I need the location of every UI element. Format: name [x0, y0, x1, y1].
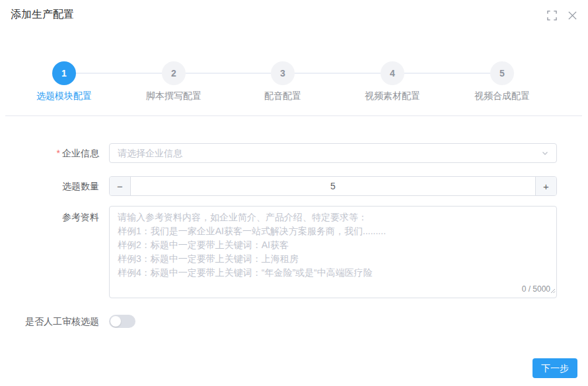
reference-label: 参考资料 [0, 206, 99, 224]
company-select-input[interactable] [118, 148, 540, 158]
step-2-circle: 2 [162, 61, 186, 85]
close-icon[interactable] [567, 10, 577, 20]
toggle-knob [110, 316, 121, 327]
dialog-header-actions [546, 10, 577, 20]
section-divider [5, 115, 582, 116]
next-step-button[interactable]: 下一步 [533, 358, 577, 378]
stepper: 1 2 3 4 5 选题模块配置 脚本撰写配置 配音配置 视频素材配置 视频合成… [0, 61, 588, 101]
char-counter: 0 / 5000 [519, 284, 550, 294]
step-5-label: 视频合成配置 [449, 90, 555, 102]
step-connector [76, 73, 162, 74]
step-1-label: 选题模块配置 [11, 90, 117, 102]
required-asterisk: * [57, 148, 60, 158]
topic-count-label: 选题数量 [0, 179, 99, 193]
topic-count-row: 选题数量 − + [0, 176, 557, 197]
step-4-label: 视频素材配置 [340, 90, 445, 102]
step-connector [186, 73, 271, 74]
decrease-button[interactable]: − [110, 177, 131, 195]
step-1-circle: 1 [52, 61, 76, 85]
step-2-label: 脚本撰写配置 [121, 90, 227, 102]
company-info-row: *企业信息 [0, 143, 557, 164]
topic-count-input[interactable] [131, 177, 535, 195]
step-3-circle: 3 [271, 61, 295, 85]
company-select[interactable] [109, 143, 557, 163]
manual-review-label: 是否人工审核选题 [0, 315, 99, 328]
step-connector [404, 73, 490, 74]
step-3-label: 配音配置 [230, 90, 336, 102]
dialog-title: 添加生产配置 [11, 8, 74, 22]
company-info-label: *企业信息 [0, 146, 99, 160]
manual-review-row: 是否人工审核选题 [0, 314, 557, 329]
increase-button[interactable]: + [535, 177, 556, 195]
step-4-circle: 4 [381, 61, 404, 85]
resize-grip-icon[interactable] [550, 284, 556, 296]
step-connector [295, 73, 381, 74]
fullscreen-icon[interactable] [546, 10, 557, 20]
step-5-circle: 5 [490, 61, 514, 85]
reference-row: 参考资料 0 / 5000 [0, 206, 557, 298]
reference-textarea[interactable] [109, 206, 557, 298]
chevron-down-icon [540, 148, 550, 158]
add-production-config-dialog: 添加生产配置 1 2 3 4 5 选题模块配置 脚本撰写配置 配音配置 视频素材… [0, 0, 588, 386]
topic-count-stepper: − + [109, 176, 557, 196]
manual-review-toggle[interactable] [109, 315, 135, 328]
